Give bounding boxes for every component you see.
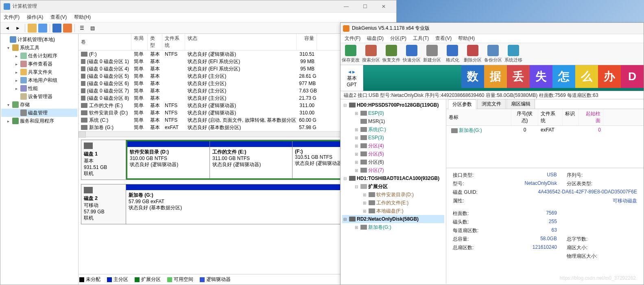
maximize-button[interactable]: ☐	[356, 1, 374, 12]
tab-sector-edit[interactable]: 扇区编辑	[506, 99, 535, 109]
banner-char[interactable]: 怎	[552, 65, 575, 88]
back-button[interactable]: ◄	[3, 24, 12, 33]
menu-view[interactable]: 查看(V)	[50, 14, 67, 21]
tab-partition-params[interactable]: 分区参数	[448, 99, 476, 109]
col-status[interactable]: 状态	[185, 34, 297, 50]
tree-perf[interactable]: ▸性能	[1, 84, 77, 92]
banner-char[interactable]: D	[621, 65, 644, 88]
cm-titlebar[interactable]: 计算机管理 — ☐ ✕	[0, 0, 396, 13]
menu-file[interactable]: 文件(F)	[4, 14, 20, 21]
banner-char[interactable]: 数	[461, 65, 484, 88]
banner-char[interactable]: 失	[530, 65, 552, 88]
col-fs[interactable]: 文件系统	[162, 34, 185, 50]
dg-toolbar-搜索分区[interactable]: 搜索分区	[361, 44, 381, 64]
dgt-msr1[interactable]: MSR(1)	[342, 117, 444, 125]
volume-table[interactable]: 卷 布局 类型 文件系统 状态 容量 (F:)简单基本NTFS状态良好 (逻辑驱…	[79, 34, 379, 131]
dg-menu-disk[interactable]: 磁盘(D)	[367, 35, 384, 42]
partition[interactable]: 新加卷 (G:)57.99 GB exFAT状态良好 (基本数据分区)	[126, 184, 376, 224]
dg-menu-help[interactable]: 帮助(H)	[458, 35, 475, 42]
tree-task[interactable]: ▸任务计划程序	[1, 52, 77, 60]
options-icon[interactable]	[63, 24, 72, 33]
banner-char[interactable]: 办	[598, 65, 621, 88]
tree-dev[interactable]: 设备管理器	[1, 92, 77, 101]
tree-services[interactable]: ▸服务和应用程序	[1, 117, 77, 125]
pt-col-id[interactable]: 标识	[563, 109, 579, 125]
disk-graph-pane[interactable]: 磁盘 1 基本 931.51 GB 联机 软件安装目录 (D:)310.00 G…	[79, 137, 379, 274]
dgt-p4[interactable]: ⊞分区(4)	[342, 142, 444, 150]
banner-char[interactable]: 据	[484, 65, 507, 88]
col-volume[interactable]: 卷	[79, 34, 131, 50]
table-row[interactable]: (磁盘 0 磁盘分区 8)简单基本状态良好 (主分区)21.73 G	[79, 94, 379, 102]
minimize-button[interactable]: —	[337, 1, 356, 12]
dg-tree[interactable]: ⊟HD0:HPSSDS700Pro128GB(119GB) ⊞ESP(0) MS…	[341, 99, 446, 284]
detail-icon[interactable]: ▤	[88, 24, 97, 33]
dg-toolbar-快速分区[interactable]: 快速分区	[402, 44, 422, 64]
dgt-d[interactable]: ⊞软件安装目录(D:)	[342, 191, 444, 199]
close-button[interactable]: ✕	[374, 1, 393, 12]
banner-char[interactable]: 丢	[507, 65, 530, 88]
tree-systools[interactable]: ▾系统工具	[1, 44, 77, 52]
dg-diskbar-nav[interactable]: ◂ ▸ 基本 GPT	[341, 65, 363, 91]
tree-root[interactable]: 计算机管理(本地)	[1, 35, 77, 44]
disk-1[interactable]: 磁盘 1 基本 931.51 GB 联机 软件安装目录 (D:)310.00 G…	[81, 140, 376, 180]
dgt-f[interactable]: ⊞本地磁盘(F:)	[342, 207, 444, 215]
table-row[interactable]: (磁盘 0 磁盘分区 7)简单基本状态良好 (主分区)7.63 GB	[79, 87, 379, 94]
col-type[interactable]: 类型	[148, 34, 162, 50]
dg-toolbar-保存更改[interactable]: 保存更改	[341, 44, 361, 64]
partition[interactable]: 软件安装目录 (D:)310.00 GB NTFS状态良好 (逻辑驱动器)	[127, 141, 210, 178]
partition[interactable]: 工作的文件 (E:)311.00 GB NTFS状态良好 (逻辑驱动器)	[210, 141, 293, 178]
dg-toolbar-恢复文件[interactable]: 恢复文件	[381, 44, 402, 64]
refresh-icon[interactable]	[28, 24, 37, 33]
dgt-esp3[interactable]: ⊞ESP(3)	[342, 134, 444, 142]
table-row[interactable]: 系统 (C:)简单基本NTFS状态良好 (启动, 页面文件, 故障转储, 基本数…	[79, 116, 379, 124]
help-icon[interactable]	[52, 24, 61, 33]
dg-menu-file[interactable]: 文件(F)	[345, 35, 360, 42]
tree-users[interactable]: ▸本地用户和组	[1, 76, 77, 84]
table-row[interactable]: 新加卷 (G:)简单基本exFAT状态良好 (基本数据分区)57.98 G	[79, 124, 379, 131]
pt-col-seq[interactable]: 序号(状态)	[511, 109, 538, 125]
dg-toolbar-格式化[interactable]: 格式化	[442, 44, 463, 64]
forward-button[interactable]: ►	[13, 24, 22, 33]
col-capacity[interactable]: 容量	[297, 34, 317, 50]
dg-toolbar-系统迁移[interactable]: 系统迁移	[503, 44, 524, 64]
dg-toolbar-删除分区[interactable]: 删除分区	[463, 44, 483, 64]
view-icon[interactable]	[38, 24, 47, 33]
table-row[interactable]: 工作的文件 (E:)简单基本NTFS状态良好 (逻辑驱动器)311.00	[79, 102, 379, 109]
dgt-g[interactable]: ⊞新加卷(G:)	[342, 223, 444, 231]
volume-table-header[interactable]: 卷 布局 类型 文件系统 状态 容量	[79, 34, 379, 50]
dgt-hd0[interactable]: ⊟HD0:HPSSDS700Pro128GB(119GB)	[342, 101, 444, 109]
table-row[interactable]: (磁盘 0 磁盘分区 5)简单基本状态良好 (主分区)28.61 G	[79, 72, 379, 80]
banner-char[interactable]: 么	[575, 65, 598, 88]
tab-browse-files[interactable]: 浏览文件	[477, 99, 506, 109]
dg-titlebar[interactable]: DiskGenius V5.4.1.1178 x64 专业版	[341, 23, 644, 34]
dgt-e[interactable]: ⊞工作的文件(E:)	[342, 199, 444, 207]
pt-col-cyl[interactable]: 起始柱面	[579, 109, 603, 125]
partition-table[interactable]: 卷标 序号(状态) 文件系统 标识 起始柱面 新加卷(G:) 0 exFAT 0	[446, 109, 644, 168]
tree-event[interactable]: ▸事件查看器	[1, 60, 77, 68]
table-row[interactable]: (磁盘 0 磁盘分区 1)简单基本状态良好 (EFI 系统分区)99 MB	[79, 58, 379, 65]
table-row[interactable]: (F:)简单基本NTFS状态良好 (逻辑驱动器)310.51	[79, 50, 379, 58]
table-row[interactable]: (磁盘 0 磁盘分区 6)简单基本状态良好 (主分区)977 MB	[79, 80, 379, 87]
menu-help[interactable]: 帮助(H)	[74, 14, 91, 21]
horizontal-scrollbar[interactable]	[79, 131, 379, 137]
dgt-sysc[interactable]: ⊞系统(C:)	[342, 125, 444, 134]
dg-toolbar-备份分区[interactable]: 备份分区	[483, 44, 503, 64]
tree-diskmgmt[interactable]: 磁盘管理	[1, 109, 77, 117]
pt-row-g[interactable]: 新加卷(G:) 0 exFAT 0	[446, 126, 644, 135]
pt-col-label[interactable]: 卷标	[446, 109, 511, 125]
tree-share[interactable]: ▸共享文件夹	[1, 68, 77, 76]
nav-arrows-icon[interactable]: ◂ ▸	[348, 68, 356, 75]
dgt-ext[interactable]: ⊟扩展分区	[342, 182, 444, 191]
dg-menu-partition[interactable]: 分区(P)	[390, 35, 406, 42]
table-row[interactable]: (磁盘 0 磁盘分区 4)简单基本状态良好 (EFI 系统分区)95 MB	[79, 65, 379, 72]
menu-action[interactable]: 操作(A)	[27, 14, 43, 21]
dgt-hd1[interactable]: ⊟HD1:TOSHIBADT01ACA100(932GB)	[342, 174, 444, 182]
dg-toolbar-新建分区[interactable]: 新建分区	[422, 44, 442, 64]
list-icon[interactable]: ☰	[77, 24, 86, 33]
disk-2[interactable]: 磁盘 2 可移动 57.99 GB 联机 新加卷 (G:)57.99 GB ex…	[81, 184, 376, 224]
dgt-p7[interactable]: ⊞分区(7)	[342, 166, 444, 174]
tree-storage[interactable]: ▾存储	[1, 101, 77, 109]
cm-tree[interactable]: 计算机管理(本地) ▾系统工具 ▸任务计划程序 ▸事件查看器 ▸共享文件夹 ▸本…	[0, 34, 79, 285]
dgt-p6[interactable]: ⊞分区(6)	[342, 158, 444, 166]
table-row[interactable]: 软件安装目录 (D:)简单基本NTFS状态良好 (逻辑驱动器)310.00	[79, 109, 379, 116]
